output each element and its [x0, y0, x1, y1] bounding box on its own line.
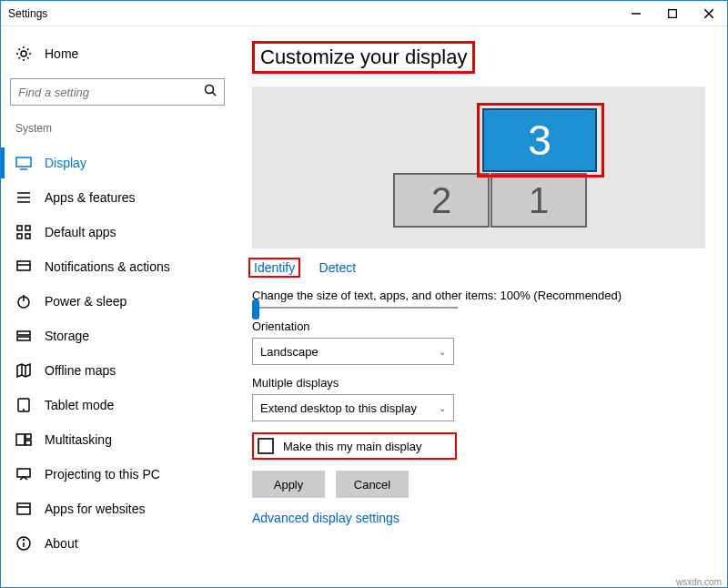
search-field[interactable]: [18, 86, 204, 99]
svg-rect-1: [669, 9, 677, 17]
svg-rect-27: [25, 434, 31, 439]
window-title: Settings: [1, 7, 618, 20]
multiple-value: Extend desktop to this display: [260, 401, 417, 415]
nav-item-notifications[interactable]: Notifications & actions: [1, 249, 234, 284]
button-row: Apply Cancel: [252, 471, 705, 498]
projecting-icon: [15, 466, 32, 482]
nav-label: Multitasking: [45, 432, 112, 447]
nav-label: About: [45, 536, 78, 551]
tablet-icon: [15, 397, 32, 413]
section-label: System: [1, 118, 234, 146]
search-input[interactable]: [10, 78, 225, 106]
advanced-link[interactable]: Advanced display settings: [252, 511, 705, 525]
monitor-arrangement[interactable]: 2 1 3: [252, 86, 705, 248]
identify-link[interactable]: Identify: [248, 258, 300, 278]
content: Home System Display Apps & features Defa: [1, 26, 727, 587]
nav-item-projecting[interactable]: Projecting to this PC: [1, 457, 234, 492]
monitor-1[interactable]: 1: [490, 173, 587, 228]
slider-track: [252, 307, 458, 309]
gear-icon: [15, 46, 32, 62]
multiple-label: Multiple displays: [252, 376, 705, 390]
link-row: Identify Detect: [252, 259, 705, 276]
nav-label: Display: [45, 156, 86, 170]
svg-rect-29: [17, 469, 30, 477]
power-icon: [15, 293, 32, 309]
page-title: Customize your display: [252, 41, 475, 74]
detect-link[interactable]: Detect: [319, 260, 356, 275]
default-apps-icon: [15, 224, 32, 240]
about-icon: [15, 535, 32, 552]
home-button[interactable]: Home: [1, 40, 234, 67]
chevron-down-icon: ⌄: [439, 347, 446, 357]
notifications-icon: [15, 259, 32, 275]
orientation-group: Orientation Landscape ⌄: [252, 319, 705, 365]
apps-web-icon: [15, 501, 32, 517]
maps-icon: [15, 362, 32, 379]
home-label: Home: [45, 46, 78, 61]
window-controls: [618, 1, 727, 26]
search-icon: [204, 84, 217, 100]
close-button[interactable]: [691, 1, 727, 26]
svg-rect-13: [25, 226, 30, 230]
nav-item-default-apps[interactable]: Default apps: [1, 215, 234, 249]
nav-label: Apps for websites: [45, 502, 146, 516]
multitasking-icon: [15, 431, 32, 448]
nav-item-apps[interactable]: Apps & features: [1, 180, 234, 215]
main-display-label: Make this my main display: [283, 440, 421, 453]
svg-rect-30: [17, 503, 30, 514]
storage-icon: [15, 328, 32, 344]
minimize-button[interactable]: [618, 1, 654, 26]
svg-rect-28: [25, 441, 31, 445]
sidebar: Home System Display Apps & features Defa: [1, 26, 234, 587]
scale-slider[interactable]: [252, 307, 705, 309]
nav-label: Apps & features: [45, 190, 136, 205]
multiple-group: Multiple displays Extend desktop to this…: [252, 376, 705, 421]
main-panel: Customize your display 2 1 3 Identify De…: [234, 26, 727, 587]
settings-window: Settings Home System Display: [0, 0, 728, 588]
svg-rect-14: [17, 234, 22, 238]
monitor-2[interactable]: 2: [393, 173, 490, 228]
monitor-3[interactable]: 3: [482, 108, 597, 172]
svg-rect-12: [17, 226, 22, 230]
svg-point-4: [21, 51, 26, 56]
svg-point-34: [24, 540, 25, 541]
titlebar: Settings: [1, 1, 727, 26]
orientation-dropdown[interactable]: Landscape ⌄: [252, 338, 454, 365]
scale-label: Change the size of text, apps, and other…: [252, 289, 705, 302]
chevron-down-icon: ⌄: [439, 403, 446, 413]
watermark: wsxdn.com: [676, 577, 722, 587]
nav-item-display[interactable]: Display: [1, 146, 234, 180]
nav-item-multitasking[interactable]: Multitasking: [1, 422, 234, 457]
main-display-checkbox[interactable]: [258, 438, 274, 454]
multiple-dropdown[interactable]: Extend desktop to this display ⌄: [252, 394, 454, 421]
apply-button[interactable]: Apply: [252, 471, 325, 498]
scale-group: Change the size of text, apps, and other…: [252, 289, 705, 309]
nav-item-apps-web[interactable]: Apps for websites: [1, 492, 234, 526]
svg-rect-21: [17, 337, 30, 340]
nav-label: Storage: [45, 329, 89, 343]
nav-item-storage[interactable]: Storage: [1, 319, 234, 353]
cancel-button[interactable]: Cancel: [336, 471, 409, 498]
nav-item-about[interactable]: About: [1, 526, 234, 561]
svg-rect-15: [25, 234, 30, 238]
nav-item-power[interactable]: Power & sleep: [1, 284, 234, 319]
svg-rect-26: [16, 434, 25, 445]
nav-label: Offline maps: [45, 363, 116, 378]
orientation-label: Orientation: [252, 319, 705, 333]
slider-thumb[interactable]: [252, 299, 259, 319]
nav-item-maps[interactable]: Offline maps: [1, 353, 234, 388]
svg-rect-7: [16, 157, 31, 167]
orientation-value: Landscape: [260, 345, 318, 359]
svg-line-6: [213, 93, 217, 96]
nav-label: Default apps: [45, 225, 116, 239]
svg-rect-20: [17, 331, 30, 335]
nav-label: Projecting to this PC: [45, 467, 160, 482]
nav-item-tablet[interactable]: Tablet mode: [1, 388, 234, 422]
nav-label: Tablet mode: [45, 398, 114, 412]
main-display-checkbox-row[interactable]: Make this my main display: [252, 432, 457, 460]
svg-point-5: [206, 86, 214, 94]
maximize-button[interactable]: [654, 1, 691, 26]
nav-list: Display Apps & features Default apps Not…: [1, 146, 234, 561]
nav-label: Notifications & actions: [45, 259, 170, 274]
display-icon: [15, 155, 32, 171]
